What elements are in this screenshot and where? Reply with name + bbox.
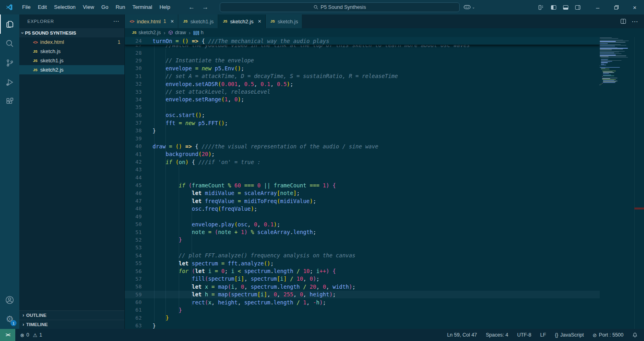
code-line-48[interactable]: 48 osc.freq(freqValue); (125, 205, 600, 212)
menu-file[interactable]: File (19, 0, 34, 14)
status-item-lf[interactable]: LF (540, 332, 546, 338)
minimap[interactable] (600, 37, 634, 85)
menu-terminal[interactable]: Terminal (129, 0, 156, 14)
file-name: index.html (40, 39, 64, 45)
code-line-55[interactable]: 55 let spectrum = fft.analyze(); (125, 259, 600, 267)
activity-search-icon[interactable] (0, 34, 19, 53)
sticky-scroll-line[interactable]: 24turnOn = () => { ///The mechanical way… (125, 37, 600, 45)
activity-source-control-icon[interactable] (0, 53, 19, 72)
overview-ruler[interactable] (634, 37, 644, 329)
status-item-utf-8[interactable]: UTF-8 (517, 332, 531, 338)
code-line-39[interactable]: 39 (125, 135, 600, 142)
code-line-52[interactable]: 52 } (125, 236, 600, 244)
status-item-bell[interactable] (632, 332, 638, 338)
remote-indicator[interactable]: >< (0, 329, 15, 341)
menu-view[interactable]: View (79, 0, 98, 14)
breadcrumb-item-sketch2.js[interactable]: JSsketch2.js (132, 30, 161, 35)
breadcrumb-separator: › (164, 30, 165, 36)
code-line-43[interactable]: 43 (125, 166, 600, 173)
code-line-54[interactable]: 54 // plot FFT.analyze() frequency analy… (125, 252, 600, 259)
command-center-search[interactable]: P5 Sound Synthesis (220, 2, 460, 12)
menu-go[interactable]: Go (98, 0, 112, 14)
activity-run-debug-icon[interactable] (0, 72, 19, 92)
menu-run[interactable]: Run (112, 0, 129, 14)
menu-edit[interactable]: Edit (34, 0, 50, 14)
breadcrumb-item-draw[interactable]: draw (168, 30, 186, 35)
close-icon[interactable]: × (625, 0, 644, 14)
code-line-51[interactable]: 51 note = (note + 1) % scaleArray.length… (125, 228, 600, 236)
tab-close-icon[interactable]: × (171, 18, 174, 25)
customize-layout-icon[interactable] (535, 0, 547, 14)
menu-selection[interactable]: Selection (50, 0, 79, 14)
problems-status[interactable]: ⊗ 0 ⚠ 1 (15, 332, 47, 338)
file-item-sketch1.js[interactable]: JSsketch1.js (19, 56, 124, 65)
code-line-40[interactable]: 40draw = () => { ////the visual represen… (125, 142, 600, 150)
activity-settings-icon[interactable]: ⚙1 (0, 310, 19, 329)
code-line-49[interactable]: 49 (125, 213, 600, 220)
explorer-more-icon[interactable]: ⋯ (113, 18, 120, 25)
status-item-ln-59-col-47[interactable]: Ln 59, Col 47 (447, 332, 477, 338)
code-line-63[interactable]: 63} (125, 322, 600, 329)
code-line-37[interactable]: 37 fft = new p5.FFT(); (125, 119, 600, 127)
status-label: Spaces: 4 (486, 332, 508, 338)
status-item-port-5500[interactable]: ⊘Port : 5500 (592, 332, 623, 338)
code-line-46[interactable]: 46 let midiValue = scaleArray[note]; (125, 189, 600, 197)
status-label: LF (540, 332, 546, 338)
toggle-secondary-sidebar-icon[interactable] (572, 0, 584, 14)
code-line-41[interactable]: 41 background(20); (125, 150, 600, 158)
code-line-45[interactable]: 45 if (frameCount % 60 === 0 || frameCou… (125, 181, 600, 189)
code-line-31[interactable]: 31 // set A = attackTime, D = decayTime,… (125, 72, 600, 80)
menu-help[interactable]: Help (156, 0, 174, 14)
code-line-61[interactable]: 61 } (125, 306, 600, 314)
tab-sketch.js[interactable]: JSsketch.js (266, 14, 303, 28)
code-line-38[interactable]: 38} (125, 127, 600, 134)
code-line-59[interactable]: 59 let h = map(spectrum[i], 0, 255, 0, h… (125, 291, 600, 298)
file-item-sketch.js[interactable]: JSsketch.js (19, 47, 124, 56)
file-item-index.html[interactable]: <>index.html1 (19, 37, 124, 47)
activity-extensions-icon[interactable] (0, 92, 19, 111)
tab-sketch1.js[interactable]: JSsketch1.js (178, 14, 218, 28)
copilot-icon[interactable]: ⌄ (464, 5, 475, 10)
breadcrumb-item-h[interactable]: [@]h (193, 30, 203, 35)
status-item-spaces-4[interactable]: Spaces: 4 (486, 332, 508, 338)
code-line-34[interactable]: 34 envelope.setRange(1, 0); (125, 96, 600, 103)
tab-sketch2.js[interactable]: JSsketch2.js× (218, 14, 266, 28)
code-line-53[interactable]: 53 (125, 244, 600, 251)
code-line-44[interactable]: 44 (125, 174, 600, 181)
code-line-50[interactable]: 50 envelope.play(osc, 0, 0.1); (125, 220, 600, 228)
toggle-panel-icon[interactable] (559, 0, 572, 14)
code-line-33[interactable]: 33 // set attackLevel, releaseLevel (125, 88, 600, 95)
tab-index.html[interactable]: <>index.html1× (125, 14, 178, 28)
code-line-28[interactable]: 28 (125, 49, 600, 56)
js-file-icon: JS (270, 19, 275, 23)
toggle-sidebar-icon[interactable] (547, 0, 559, 14)
folder-root[interactable]: › P5 SOUND SYNTHESIS (19, 28, 124, 37)
timeline-section[interactable]: › TIMELINE (19, 320, 124, 329)
code-line-58[interactable]: 58 let x = map(i, 0, spectrum.length / 2… (125, 283, 600, 290)
minimize-icon[interactable]: – (588, 0, 607, 14)
activity-account-icon[interactable] (0, 290, 19, 310)
editor-more-icon[interactable]: ⋯ (632, 18, 638, 25)
back-icon[interactable]: ← (188, 4, 195, 11)
code-line-29[interactable]: 29 // Instantiate the envelope (125, 57, 600, 64)
code-line-32[interactable]: 32 envelope.setADSR(0.001, 0.5, 0.1, 0.5… (125, 80, 600, 88)
code-line-57[interactable]: 57 fill(spectrum[i], spectrum[i] / 10, 0… (125, 275, 600, 283)
code-line-62[interactable]: 62 } (125, 314, 600, 322)
code-line-60[interactable]: 60 rect(x, height, spectrum.length / 1, … (125, 298, 600, 306)
tab-close-icon[interactable]: × (258, 18, 261, 25)
code-line-42[interactable]: 42 if (on) { ///if 'on' = true : (125, 158, 600, 166)
code-line-30[interactable]: 30 envelope = new p5.Env(); (125, 64, 600, 72)
outline-section[interactable]: › OUTLINE (19, 310, 124, 320)
restore-icon[interactable] (607, 0, 625, 14)
activity-explorer-icon[interactable] (0, 14, 19, 34)
status-item-javascript[interactable]: {}JavaScript (555, 332, 584, 338)
code-line-36[interactable]: 36 osc.start(); (125, 111, 600, 119)
code-line-56[interactable]: 56 for (let i = 0; i < spectrum.length /… (125, 267, 600, 275)
code-line-35[interactable]: 35 (125, 103, 600, 111)
file-item-sketch2.js[interactable]: JSsketch2.js (19, 65, 124, 74)
code-viewport[interactable]: 27 //Watch the youtube video in the link… (125, 37, 644, 329)
line-number: 30 (125, 65, 142, 71)
split-editor-icon[interactable] (621, 19, 626, 24)
code-line-47[interactable]: 47 let freqValue = midiToFreq(midiValue)… (125, 197, 600, 205)
forward-icon[interactable]: → (202, 4, 208, 11)
